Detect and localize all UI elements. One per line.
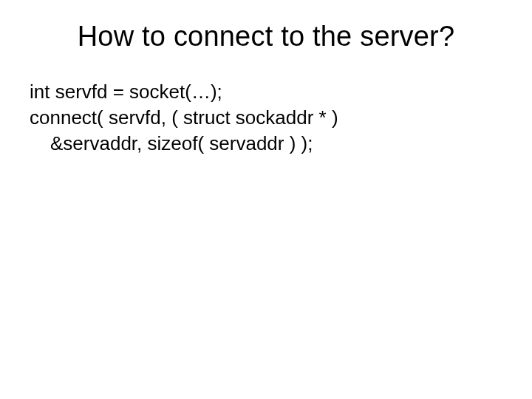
slide-title: How to connect to the server? [37,21,495,52]
code-line-1: int servfd = socket(…); [30,79,502,105]
slide-container: How to connect to the server? int servfd… [0,0,532,399]
code-block: int servfd = socket(…); connect( servfd,… [30,79,502,157]
code-line-2: connect( servfd, ( struct sockaddr * ) [30,105,502,131]
code-line-3: &servaddr, sizeof( servaddr ) ); [30,131,502,157]
